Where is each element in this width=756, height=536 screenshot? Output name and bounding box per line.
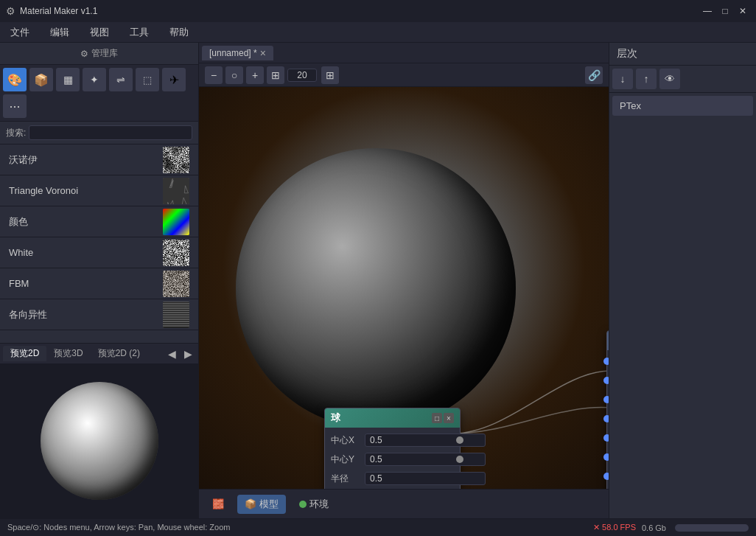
grid-button[interactable]: ⊞ xyxy=(321,66,339,84)
lib-icon-pattern[interactable]: ✦ xyxy=(83,68,106,91)
wall-button[interactable]: 🧱 xyxy=(205,495,231,512)
preview-tabs: 预览2D 预览3D 预览2D (2) ◀ ▶ xyxy=(0,343,198,363)
sphere-node-title: 球 xyxy=(331,411,340,425)
lib-icon-material[interactable]: 🎨 xyxy=(3,68,27,91)
node-preview-sphere xyxy=(236,148,516,428)
lib-icon-misc[interactable]: ⬚ xyxy=(136,68,159,91)
sphere-row-cx: 中心X xyxy=(325,431,460,450)
app-icon: ⚙ xyxy=(6,5,15,17)
list-item-anisotropic[interactable]: 各向异性 xyxy=(0,299,198,330)
mem-indicator: 0.6 Gb xyxy=(642,523,666,532)
search-label: 搜索: xyxy=(6,127,26,139)
preview-nav: ◀ ▶ xyxy=(164,347,195,361)
tab-preview-2d-2[interactable]: 预览2D (2) xyxy=(91,346,147,361)
sphere-r-label: 半径 xyxy=(331,473,360,485)
list-item-fbm[interactable]: FBM xyxy=(0,268,198,299)
lib-more-button[interactable]: ··· xyxy=(3,94,27,118)
model-button[interactable]: 📦 模型 xyxy=(237,495,286,514)
pbr-node-header: 静态 PBR 材质 □ xyxy=(607,331,609,350)
zoom-reset-button[interactable]: ○ xyxy=(225,66,243,84)
sphere-cy-dot xyxy=(456,456,463,463)
env-button[interactable]: 环境 xyxy=(292,495,336,514)
close-button[interactable]: ✕ xyxy=(735,4,750,18)
sphere-node-btns: □ × xyxy=(432,413,454,423)
pbr-row-emission: 自发光 0.53 xyxy=(607,409,609,428)
pbr-node[interactable]: 静态 PBR 材质 □ 漫反射 金属度 xyxy=(606,330,609,489)
fit-button[interactable]: ⊞ xyxy=(267,66,284,84)
sphere-cx-label: 中心X xyxy=(331,434,360,447)
zoom-in-button[interactable]: + xyxy=(246,66,264,84)
pbr-dot-diffuse xyxy=(603,358,609,365)
sphere-row-r: 半径 xyxy=(325,469,460,488)
lib-icon-texture[interactable]: ▦ xyxy=(56,68,80,91)
zoom-input[interactable] xyxy=(287,69,317,82)
pbr-row-diffuse: 漫反射 xyxy=(607,352,609,371)
menu-file[interactable]: 文件 xyxy=(6,24,34,41)
sphere-cx-input[interactable] xyxy=(365,434,486,447)
node-tab-unnamed[interactable]: [unnamed] * × xyxy=(202,46,273,60)
pbr-dot-ao xyxy=(603,453,609,461)
center-panel: [unnamed] * × − ○ + ⊞ ⊞ 🔗 xyxy=(199,43,609,518)
tab-preview-2d[interactable]: 预览2D xyxy=(3,346,46,361)
pbr-dot-metallic xyxy=(603,377,609,384)
lib-thumb-fbm xyxy=(163,271,189,297)
pbr-dot-depth xyxy=(603,473,609,480)
preview-area xyxy=(0,363,198,518)
sphere-node[interactable]: 球 □ × 中心X 中心Y xyxy=(324,408,461,489)
node-canvas[interactable]: 球 □ × 中心X 中心Y xyxy=(199,87,609,489)
lib-icon-shape[interactable]: 📦 xyxy=(29,68,53,91)
list-item-color[interactable]: 颜色 xyxy=(0,206,198,237)
env-label: 环境 xyxy=(309,498,329,511)
layers-title: 层次 xyxy=(617,47,637,60)
lib-icon-filter[interactable]: ⇌ xyxy=(109,68,133,91)
main-layout: ⚙ 管理库 🎨 📦 ▦ ✦ ⇌ ⬚ ✈ ··· 搜索: 沃诺伊 xyxy=(0,43,756,518)
list-item-triangle-voronoi[interactable]: Triangle Voronoi xyxy=(0,175,198,206)
fps-value: 58.0 FPS xyxy=(602,523,636,532)
menu-edit[interactable]: 编辑 xyxy=(46,24,74,41)
tab-preview-3d[interactable]: 预览3D xyxy=(46,346,90,361)
library-title: 管理库 xyxy=(91,47,118,60)
titlebar-controls: — □ ✕ xyxy=(700,4,750,18)
search-input[interactable] xyxy=(29,125,192,140)
list-item-white[interactable]: White xyxy=(0,237,198,268)
menu-help[interactable]: 帮助 xyxy=(165,24,193,41)
library-header: ⚙ 管理库 xyxy=(0,43,198,65)
list-item-voronoi[interactable]: 沃诺伊 xyxy=(0,145,198,175)
model-icon: 📦 xyxy=(245,498,256,509)
lib-icon-custom[interactable]: ✈ xyxy=(162,68,186,91)
lib-item-name: 沃诺伊 xyxy=(9,153,38,167)
layers-up-button[interactable]: ↑ xyxy=(636,69,657,89)
sphere-min-button[interactable]: □ xyxy=(432,413,442,423)
link-button[interactable]: 🔗 xyxy=(585,66,603,84)
layers-controls: ↓ ↑ 👁 xyxy=(609,66,756,93)
fps-indicator: ✕ 58.0 FPS xyxy=(593,523,636,532)
preview-prev-button[interactable]: ◀ xyxy=(164,347,179,361)
statusbar: Space/⊙: Nodes menu, Arrow keys: Pan, Mo… xyxy=(0,518,756,536)
error-icon: ✕ xyxy=(593,523,600,532)
layer-ptex[interactable]: PTex xyxy=(612,96,753,116)
lib-thumb-voronoi xyxy=(163,147,189,173)
menu-view[interactable]: 视图 xyxy=(85,24,113,41)
sphere-node-header: 球 □ × xyxy=(325,408,460,428)
toolbar-right: 🔗 xyxy=(585,66,603,84)
layers-down-button[interactable]: ↓ xyxy=(612,69,633,89)
preview-next-button[interactable]: ▶ xyxy=(181,347,195,361)
node-tab-close[interactable]: × xyxy=(260,47,266,59)
library-icons: 🎨 📦 ▦ ✦ ⇌ ⬚ ✈ ··· xyxy=(0,65,198,122)
pbr-row-depth: 深度 0.5 xyxy=(607,467,609,486)
sphere-row-cy: 中心Y xyxy=(325,450,460,469)
menu-tools[interactable]: 工具 xyxy=(125,24,153,41)
lib-item-name: Triangle Voronoi xyxy=(9,185,78,196)
sphere-cy-input[interactable] xyxy=(365,453,486,466)
sphere-close-button[interactable]: × xyxy=(444,413,454,423)
lib-thumb-white xyxy=(163,240,189,266)
minimize-button[interactable]: — xyxy=(700,4,715,18)
zoom-out-button[interactable]: − xyxy=(205,66,223,84)
sphere-r-input[interactable] xyxy=(365,472,486,485)
lib-thumb-color xyxy=(163,209,189,235)
layers-eye-button[interactable]: 👁 xyxy=(659,69,680,89)
maximize-button[interactable]: □ xyxy=(718,4,732,18)
menubar: 文件 编辑 视图 工具 帮助 xyxy=(0,22,756,43)
pbr-row-roughness: 粗糙度 0.95 xyxy=(607,390,609,409)
node-bottom: 🧱 📦 模型 环境 xyxy=(199,489,609,518)
